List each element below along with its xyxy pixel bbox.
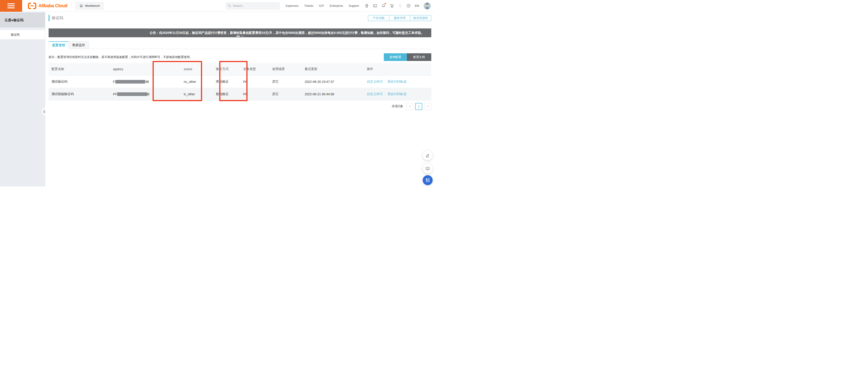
cell-biz-type: PC bbox=[240, 75, 269, 88]
custom-style-link[interactable]: 自定义样式 bbox=[367, 92, 383, 96]
nav-link-support[interactable]: Support bbox=[348, 4, 359, 7]
notifications-bell-icon[interactable] bbox=[381, 4, 386, 8]
pagination-next-button[interactable] bbox=[424, 103, 431, 110]
pagination-page-1[interactable]: 1 bbox=[415, 103, 422, 110]
home-icon bbox=[79, 4, 83, 8]
col-header-scene: scene bbox=[181, 63, 213, 75]
cell-scene: ic_other bbox=[181, 88, 213, 100]
col-header-verify-type: 验证方式 bbox=[213, 63, 240, 75]
chat-icon bbox=[426, 166, 430, 171]
cell-operations: 自定义样式系统代码集成 bbox=[364, 75, 431, 88]
cell-scene: nc_other bbox=[181, 75, 213, 88]
lightbulb-icon[interactable] bbox=[398, 4, 403, 8]
carousel-dot-inactive[interactable] bbox=[241, 36, 244, 37]
system-code-link[interactable]: 系统代码集成 bbox=[388, 92, 406, 96]
col-header-biz-type: 业务类型 bbox=[240, 63, 269, 75]
alibaba-cloud-logo-text: Alibaba Cloud bbox=[38, 3, 67, 8]
col-header-operations: 操作 bbox=[364, 63, 431, 75]
language-selector[interactable]: EN bbox=[415, 4, 419, 7]
pagination-prev-button[interactable] bbox=[406, 103, 413, 110]
top-navbar: Alibaba Cloud Workbench Expenses Tickets… bbox=[0, 0, 434, 12]
cell-updated: 2022-06-20 23:47:37 bbox=[302, 75, 364, 88]
page-title: 验证码 bbox=[52, 15, 368, 21]
sidebar: 云盾●验证码 验证码 bbox=[0, 12, 45, 186]
feedback-pencil-button[interactable] bbox=[423, 150, 433, 160]
workbench-label: Workbench bbox=[85, 4, 100, 7]
col-header-appkey: appkey bbox=[110, 63, 181, 75]
sidebar-item-captcha[interactable]: 验证码 bbox=[0, 30, 45, 39]
svg-text:APP: APP bbox=[366, 5, 368, 6]
announcement-carousel-dots bbox=[236, 36, 244, 37]
appkey-redaction-overlay bbox=[115, 80, 145, 83]
custom-style-link[interactable]: 自定义样式 bbox=[367, 80, 383, 83]
cell-biz-type: PC bbox=[240, 88, 269, 100]
page-header: 验证码 产品功能 服务停用 购买资源包 bbox=[49, 12, 431, 24]
hamburger-menu-button[interactable] bbox=[0, 0, 22, 12]
nav-link-tickets[interactable]: Tickets bbox=[304, 4, 313, 7]
hint-toolbar-row: 提示：配置管理目前暂时无法支持删除，若不再使用该条配置，代码中不进行调用即可，不… bbox=[49, 53, 431, 61]
col-header-updated: 最后更新 bbox=[302, 63, 364, 75]
apps-grid-icon bbox=[426, 178, 430, 182]
system-code-link[interactable]: 系统代码集成 bbox=[388, 80, 406, 83]
notification-badge-dot bbox=[385, 3, 386, 4]
page-header-actions: 产品功能 服务停用 购买资源包 bbox=[368, 15, 431, 21]
add-config-button[interactable]: 新增配置 bbox=[384, 53, 407, 61]
config-doc-button[interactable]: 配置文档 bbox=[407, 53, 431, 61]
user-avatar[interactable] bbox=[424, 2, 431, 9]
cell-appkey: FFB bbox=[110, 88, 181, 100]
pencil-icon bbox=[426, 153, 430, 158]
operation-separator bbox=[385, 92, 385, 96]
cell-appkey: F3B bbox=[110, 75, 181, 88]
nav-link-icp[interactable]: ICP bbox=[319, 4, 324, 7]
apps-grid-button[interactable] bbox=[423, 175, 433, 185]
cell-verify-type: 滑动验证 bbox=[213, 75, 240, 88]
title-accent-bar bbox=[49, 15, 50, 21]
tab-bar: 配置管理 数据监控 bbox=[49, 41, 431, 49]
chevron-left-icon bbox=[409, 105, 411, 108]
mobile-app-icon[interactable]: APP bbox=[365, 4, 369, 8]
alibaba-cloud-logo[interactable]: Alibaba Cloud bbox=[28, 2, 67, 9]
buy-resource-pack-button[interactable]: 购买资源包 bbox=[410, 15, 431, 21]
cell-operations: 自定义样式系统代码集成 bbox=[364, 88, 431, 100]
cell-config-name: 测试验证码 bbox=[49, 75, 110, 88]
float-divider bbox=[424, 162, 432, 162]
help-icon[interactable]: ? bbox=[406, 4, 411, 8]
cell-usage: 其它 bbox=[269, 75, 302, 88]
workbench-button[interactable]: Workbench bbox=[75, 2, 104, 10]
announcement-banner: 公告：自2020年11月20日起，验证码产品进行计费变更，新增收取最低配置费用1… bbox=[49, 29, 431, 37]
sidebar-product-header: 云盾●验证码 bbox=[0, 13, 45, 28]
product-features-button[interactable]: 产品功能 bbox=[368, 15, 389, 21]
tab-data-monitoring[interactable]: 数据监控 bbox=[69, 41, 89, 49]
navbar-links: Expenses Tickets ICP Enterprise Support bbox=[286, 4, 359, 7]
main-content: 验证码 产品功能 服务停用 购买资源包 公告：自2020年11月20日起，验证码… bbox=[45, 12, 434, 186]
search-icon bbox=[228, 4, 231, 8]
cart-icon[interactable] bbox=[390, 4, 394, 8]
cell-usage: 其它 bbox=[269, 88, 302, 100]
nav-link-enterprise[interactable]: Enterprise bbox=[330, 4, 343, 7]
cell-config-name: 测试智能验证码 bbox=[49, 88, 110, 100]
pagination: 共有2条 1 bbox=[49, 103, 431, 110]
search-box[interactable] bbox=[225, 2, 280, 10]
stop-service-button[interactable]: 服务停用 bbox=[389, 15, 410, 21]
carousel-dot-active[interactable] bbox=[236, 36, 240, 37]
floating-action-stack bbox=[422, 150, 433, 185]
cell-updated: 2022-06-21 00:44:08 bbox=[302, 88, 364, 100]
nav-link-expenses[interactable]: Expenses bbox=[286, 4, 299, 7]
svg-text:?: ? bbox=[408, 4, 409, 7]
table-row: 测试验证码 F3B nc_other 滑动验证 PC 其它 2022-06-20… bbox=[49, 75, 431, 88]
tab-config-management[interactable]: 配置管理 bbox=[49, 41, 69, 49]
col-header-name: 配置名称 bbox=[49, 63, 110, 75]
operation-separator bbox=[385, 80, 385, 83]
announcement-text: 公告：自2020年11月20日起，验证码产品进行计费变更，新增收取最低配置费用1… bbox=[150, 31, 424, 35]
config-hint-text: 提示：配置管理目前暂时无法支持删除，若不再使用该条配置，代码中不进行调用即可，不… bbox=[49, 55, 384, 59]
app-root: Alibaba Cloud Workbench Expenses Tickets… bbox=[0, 0, 434, 186]
col-header-usage: 使用场景 bbox=[269, 63, 302, 75]
chat-support-button[interactable] bbox=[423, 164, 433, 174]
sidebar-gap bbox=[0, 28, 45, 30]
chevron-right-icon bbox=[427, 105, 429, 108]
pagination-total: 共有2条 bbox=[392, 104, 403, 108]
cloud-shell-icon[interactable] bbox=[373, 4, 377, 8]
cell-verify-type: 智能验证 bbox=[213, 88, 240, 100]
navbar-icons: APP bbox=[365, 4, 411, 8]
search-input[interactable] bbox=[233, 4, 278, 7]
